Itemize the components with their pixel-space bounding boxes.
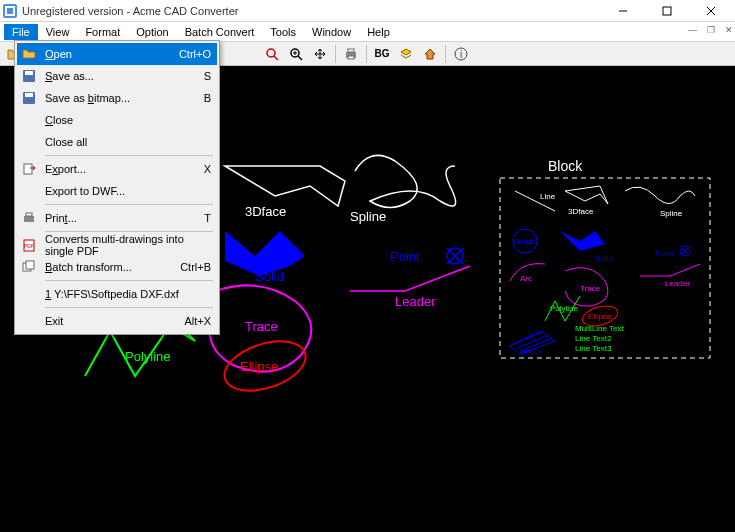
label-mini-3dface: 3Dface — [568, 207, 594, 216]
menubar: File View Format Option Batch Convert To… — [0, 22, 735, 42]
label-mini-solid: Solid — [595, 254, 613, 263]
bg-color-button[interactable]: BG — [371, 44, 393, 64]
menu-convert-pdf-label: Converts multi-drawings into single PDF — [45, 233, 211, 257]
label-trace: Trace — [245, 319, 278, 334]
maximize-button[interactable] — [645, 1, 689, 21]
menu-exit[interactable]: Exit Alt+X — [17, 310, 217, 332]
menu-view[interactable]: View — [38, 24, 78, 40]
svg-text:PDF: PDF — [24, 243, 34, 249]
label-mini-line: Line — [540, 192, 556, 201]
menu-window[interactable]: Window — [304, 24, 359, 40]
svg-rect-25 — [26, 213, 32, 216]
menu-export-shortcut: X — [204, 163, 211, 175]
info-button[interactable]: i — [450, 44, 472, 64]
label-mini-leader: Leader — [665, 279, 690, 288]
menu-close-all-label: Close all — [45, 136, 87, 148]
print-button[interactable] — [340, 44, 362, 64]
label-spline: Spline — [350, 209, 386, 224]
label-mini-ellipse: Ellipse — [588, 312, 612, 321]
label-mini-hatch: Hatch — [520, 347, 541, 356]
menu-export-dwf-label: Export to DWF... — [45, 185, 125, 197]
zoom-button[interactable] — [261, 44, 283, 64]
label-block: Block — [548, 158, 583, 174]
svg-rect-2 — [7, 8, 13, 14]
label-solid: Solid — [255, 269, 284, 284]
menu-batch-transform-label: Batch transform... — [45, 261, 132, 273]
mdi-controls: — ❐ ✕ — [688, 25, 733, 35]
pdf-icon: PDF — [21, 237, 37, 253]
menu-separator — [45, 280, 213, 281]
menu-export[interactable]: Export... X — [17, 158, 217, 180]
minimize-button[interactable] — [601, 1, 645, 21]
label-3dface: 3Dface — [245, 204, 286, 219]
menu-exit-label: Exit — [45, 315, 63, 327]
save-icon — [21, 68, 37, 84]
menu-separator — [45, 231, 213, 232]
batch-icon — [21, 259, 37, 275]
label-mini-block: Block — [514, 237, 535, 246]
svg-line-41 — [515, 332, 542, 344]
label-mini-point: Point — [655, 249, 674, 258]
bitmap-icon — [21, 90, 37, 106]
label-mini-polyline: Polyline — [550, 304, 579, 313]
mdi-restore-icon[interactable]: ❐ — [707, 25, 715, 35]
menu-close-all[interactable]: Close all — [17, 131, 217, 153]
menu-separator — [45, 204, 213, 205]
menu-save-bitmap-label: Save as bitmap... — [45, 92, 130, 104]
svg-line-13 — [298, 56, 302, 60]
menu-help[interactable]: Help — [359, 24, 398, 40]
svg-rect-24 — [24, 216, 34, 222]
svg-point-10 — [267, 49, 275, 57]
menu-open[interactable]: Open Ctrl+O — [17, 43, 217, 65]
label-mini-trace: Trace — [580, 284, 601, 293]
svg-rect-20 — [25, 71, 33, 75]
menu-exit-shortcut: Alt+X — [184, 315, 211, 327]
label-multiline2: Line Text2 — [575, 334, 612, 343]
file-menu-dropdown: Open Ctrl+O Save as... S Save as bitmap.… — [14, 40, 220, 335]
menu-tools[interactable]: Tools — [262, 24, 304, 40]
label-multiline1: MultiLine Text — [575, 324, 625, 333]
label-mini-arc: Arc — [520, 274, 532, 283]
menu-save-as-shortcut: S — [204, 70, 211, 82]
menu-close[interactable]: Close — [17, 109, 217, 131]
menu-convert-pdf[interactable]: PDF Converts multi-drawings into single … — [17, 234, 217, 256]
menu-format[interactable]: Format — [77, 24, 128, 40]
pan-button[interactable] — [309, 44, 331, 64]
menu-file[interactable]: File — [4, 24, 38, 40]
print-icon — [21, 210, 37, 226]
menu-option[interactable]: Option — [128, 24, 176, 40]
toolbar-separator — [366, 45, 367, 63]
menu-print-label: Print... — [45, 212, 77, 224]
home-button[interactable] — [419, 44, 441, 64]
menu-separator — [45, 307, 213, 308]
mdi-minimize-icon[interactable]: — — [688, 25, 697, 35]
app-icon — [2, 3, 18, 19]
window-controls — [601, 1, 733, 21]
menu-export-dwf[interactable]: Export to DWF... — [17, 180, 217, 202]
toolbar-separator — [335, 45, 336, 63]
open-icon — [21, 46, 37, 62]
menu-open-shortcut: Ctrl+O — [179, 48, 211, 60]
label-point: Point — [390, 249, 420, 264]
layers-button[interactable] — [395, 44, 417, 64]
menu-save-bitmap[interactable]: Save as bitmap... B — [17, 87, 217, 109]
menu-batch-convert[interactable]: Batch Convert — [177, 24, 263, 40]
menu-separator — [45, 155, 213, 156]
menu-print-shortcut: T — [204, 212, 211, 224]
svg-rect-4 — [663, 7, 671, 15]
menu-save-as[interactable]: Save as... S — [17, 65, 217, 87]
svg-rect-23 — [24, 164, 32, 174]
label-ellipse: Ellipse — [240, 359, 278, 374]
close-button[interactable] — [689, 1, 733, 21]
menu-recent-file[interactable]: 1 Y:\FFS\Softpedia DXF.dxf — [17, 283, 217, 305]
label-mini-spline: Spline — [660, 209, 683, 218]
mdi-close-icon[interactable]: ✕ — [725, 25, 733, 35]
zoom-extent-button[interactable] — [285, 44, 307, 64]
menu-save-as-label: Save as... — [45, 70, 94, 82]
menu-print[interactable]: Print... T — [17, 207, 217, 229]
menu-batch-transform[interactable]: Batch transform... Ctrl+B — [17, 256, 217, 278]
svg-text:i: i — [460, 49, 462, 60]
svg-rect-22 — [25, 93, 33, 97]
menu-open-label: Open — [45, 48, 72, 60]
svg-rect-15 — [348, 49, 354, 52]
